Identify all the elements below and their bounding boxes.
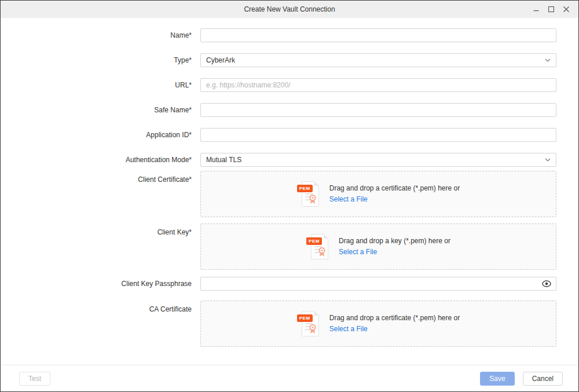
select-file-link[interactable]: Select a File [329, 195, 368, 203]
minimize-button[interactable] [529, 2, 544, 17]
client-certificate-field-row: Client Certificate* [1, 171, 578, 217]
url-label: URL* [1, 78, 200, 92]
type-field-row: Type* CyberArk [1, 53, 578, 67]
client-key-passphrase-input[interactable] [200, 277, 556, 291]
safe-name-input[interactable] [200, 103, 556, 117]
eye-icon [542, 280, 551, 287]
client-key-label: Client Key* [1, 224, 200, 270]
minimize-icon [533, 6, 539, 12]
window-title: Create New Vault Connection [244, 5, 335, 13]
test-button[interactable]: Test [19, 372, 50, 386]
save-button[interactable]: Save [480, 372, 514, 386]
ca-certificate-field-row: CA Certificate [1, 301, 578, 347]
window-titlebar: Create New Vault Connection [1, 1, 578, 18]
url-field-row: URL* [1, 78, 578, 92]
chevron-down-icon [545, 158, 551, 162]
ca-certificate-label: CA Certificate [1, 301, 200, 347]
close-button[interactable] [559, 2, 574, 17]
certificate-seal-icon [317, 247, 327, 257]
type-select[interactable]: CyberArk [200, 53, 556, 67]
pem-badge: PEM [297, 185, 313, 192]
pem-badge: PEM [306, 237, 322, 245]
dropzone-instruction: Drag and drop a certificate (*.pem) here… [329, 184, 460, 192]
authentication-mode-select-value: Mutual TLS [206, 156, 241, 164]
safe-name-field-row: Safe Name* [1, 103, 578, 117]
cancel-button[interactable]: Cancel [523, 372, 563, 386]
type-select-value: CyberArk [206, 56, 235, 64]
authentication-mode-label: Authentication Mode* [1, 153, 200, 167]
client-key-passphrase-field-row: Client Key Passphrase [1, 277, 578, 291]
pem-file-icon: PEM [297, 310, 320, 337]
ca-certificate-dropzone[interactable]: PEM Drag and drop a certificate (*.pem) … [200, 301, 556, 347]
application-id-label: Application ID* [1, 128, 200, 142]
name-input[interactable] [200, 28, 556, 42]
show-password-button[interactable] [542, 279, 551, 288]
pem-file-icon: PEM [297, 181, 320, 207]
dropzone-instruction: Drag and drop a key (*.pem) here or [339, 237, 450, 245]
pem-file-icon: PEM [306, 233, 329, 260]
client-key-passphrase-label: Client Key Passphrase [1, 277, 200, 291]
chevron-down-icon [545, 58, 551, 62]
dialog-window: Create New Vault Connection Name* Type* [0, 0, 579, 392]
certificate-seal-icon [308, 194, 317, 204]
maximize-icon [548, 6, 554, 12]
application-id-input[interactable] [200, 128, 556, 142]
client-key-field-row: Client Key* [1, 224, 578, 270]
name-label: Name* [1, 28, 200, 42]
form-content: Name* Type* CyberArk URL* [1, 18, 578, 347]
type-label: Type* [1, 53, 200, 67]
select-file-link[interactable]: Select a File [329, 325, 368, 333]
select-file-link[interactable]: Select a File [339, 248, 377, 256]
client-certificate-label: Client Certificate* [1, 171, 200, 217]
authentication-mode-select[interactable]: Mutual TLS [200, 153, 556, 167]
safe-name-label: Safe Name* [1, 103, 200, 117]
application-id-field-row: Application ID* [1, 128, 578, 142]
window-controls [529, 1, 574, 18]
dropzone-instruction: Drag and drop a certificate (*.pem) here… [329, 314, 460, 322]
maximize-button[interactable] [544, 2, 559, 17]
name-field-row: Name* [1, 28, 578, 42]
dialog-footer: Test Save Cancel [1, 365, 578, 391]
certificate-seal-icon [308, 324, 317, 334]
authentication-mode-field-row: Authentication Mode* Mutual TLS [1, 153, 578, 167]
url-input[interactable] [200, 78, 556, 92]
client-key-dropzone[interactable]: PEM Drag and drop a key (*.pem) here or … [200, 224, 556, 270]
close-icon [563, 6, 569, 12]
pem-badge: PEM [297, 314, 313, 322]
client-certificate-dropzone[interactable]: PEM Drag and drop a certificate (*.pem) … [200, 171, 556, 217]
